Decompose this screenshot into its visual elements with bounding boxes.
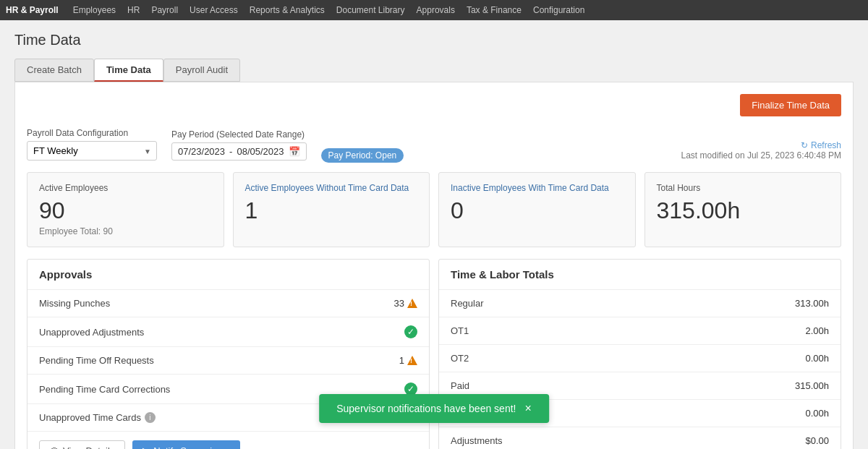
config-row: Payroll Data Configuration FT Weekly Pay…	[27, 128, 841, 161]
nav-item-configuration[interactable]: Configuration	[533, 5, 584, 15]
page-title: Time Data	[14, 32, 854, 48]
nav-items: EmployeesHRPayrollUser AccessReports & A…	[73, 5, 585, 15]
notify-icon: ▶	[142, 445, 150, 449]
check-icon-1: ✓	[404, 325, 417, 338]
refresh-label: Refresh	[811, 140, 841, 150]
payroll-select-wrap[interactable]: FT Weekly	[27, 141, 157, 161]
stat-without-time-card: Active Employees Without Time Card Data …	[233, 172, 430, 247]
pay-period-field: Pay Period (Selected Date Range) 07/23/2…	[171, 129, 307, 161]
pay-period-badge: Pay Period: Open	[321, 148, 404, 163]
approval-label-0: Missing Punches	[39, 298, 110, 309]
labor-row-1: OT1 2.00h	[439, 317, 841, 345]
nav-item-hr[interactable]: HR	[127, 5, 140, 15]
stat-label-3: Total Hours	[657, 183, 830, 193]
tab-create-batch[interactable]: Create Batch	[14, 59, 94, 82]
top-bar: Finalize Time Data	[27, 94, 841, 116]
stat-label-1: Active Employees Without Time Card Data	[245, 183, 418, 193]
stat-inactive-with-time-card: Inactive Employees With Time Card Data 0	[438, 172, 636, 247]
stat-active-employees: Active Employees 90 Employee Total: 90	[27, 172, 224, 247]
payroll-config-field: Payroll Data Configuration FT Weekly	[27, 128, 157, 161]
approval-label-4: Unapproved Time Cards i	[39, 412, 156, 423]
stat-sub-0: Employee Total: 90	[39, 226, 212, 236]
main-content: Time Data Create Batch Time Data Payroll…	[0, 20, 868, 449]
tabs-bar: Create Batch Time Data Payroll Audit	[14, 59, 854, 82]
info-icon-4[interactable]: i	[145, 412, 156, 423]
nav-item-payroll[interactable]: Payroll	[151, 5, 178, 15]
payroll-select[interactable]: FT Weekly	[27, 141, 157, 161]
nav-item-approvals[interactable]: Approvals	[417, 5, 455, 15]
date-range-input[interactable]: 07/23/2023 - 08/05/2023 📅	[171, 142, 307, 161]
refresh-area: ↻ Refresh Last modified on Jul 25, 2023 …	[681, 140, 841, 161]
notify-supervisors-button[interactable]: ▶ Notify Supervisors	[132, 440, 239, 449]
pay-period-label: Pay Period (Selected Date Range)	[171, 129, 307, 140]
approval-row-unapproved-adj[interactable]: Unapproved Adjustments ✓	[27, 317, 429, 347]
toast-notification: Supervisor notifications have been sent!…	[319, 394, 549, 423]
approval-row-missing-punches[interactable]: Missing Punches 33	[27, 290, 429, 317]
nav-item-document-library[interactable]: Document Library	[336, 5, 405, 15]
view-details-button[interactable]: 👁 View Details	[39, 440, 125, 449]
nav-item-user-access[interactable]: User Access	[190, 5, 238, 15]
tab-time-data[interactable]: Time Data	[94, 59, 163, 82]
tab-payroll-audit[interactable]: Payroll Audit	[163, 59, 240, 82]
stat-value-2: 0	[451, 199, 624, 222]
warn-icon-2	[407, 356, 417, 365]
approval-value-0: 33	[394, 298, 417, 309]
approval-label-2: Pending Time Off Requests	[39, 355, 154, 366]
brand-label: HR & Payroll	[6, 5, 59, 15]
refresh-button[interactable]: ↻ Refresh	[801, 140, 841, 150]
finalize-button[interactable]: Finalize Time Data	[740, 94, 841, 116]
date-from: 07/23/2023	[178, 146, 225, 157]
top-nav: HR & Payroll EmployeesHRPayrollUser Acce…	[0, 0, 868, 20]
approval-label-1: Unapproved Adjustments	[39, 327, 144, 338]
last-modified-text: Last modified on Jul 25, 2023 6:40:48 PM	[681, 150, 841, 161]
approvals-btn-row: 👁 View Details ▶ Notify Supervisors	[27, 432, 429, 449]
toast-message: Supervisor notifications have been sent!	[336, 403, 516, 414]
payroll-config-label: Payroll Data Configuration	[27, 128, 157, 138]
eye-icon: 👁	[50, 445, 59, 449]
stat-label-0: Active Employees	[39, 183, 212, 193]
pay-period-badge-wrap: Pay Period: Open	[321, 150, 404, 161]
stat-value-0: 90	[39, 199, 212, 222]
stat-value-3: 315.00h	[657, 199, 830, 222]
stat-label-2: Inactive Employees With Time Card Data	[451, 183, 624, 193]
nav-item-employees[interactable]: Employees	[73, 5, 116, 15]
date-to: 08/05/2023	[237, 146, 284, 157]
stats-row: Active Employees 90 Employee Total: 90 A…	[27, 172, 841, 247]
approval-label-3: Pending Time Card Corrections	[39, 384, 170, 395]
labor-row-2: OT2 0.00h	[439, 345, 841, 372]
labor-header: Time & Labor Totals	[439, 260, 841, 290]
approval-value-1: ✓	[404, 325, 417, 338]
labor-row-5: Adjustments $0.00	[439, 427, 841, 449]
nav-item-tax-&-finance[interactable]: Tax & Finance	[467, 5, 522, 15]
date-separator: -	[229, 146, 232, 157]
approval-row-time-off[interactable]: Pending Time Off Requests 1	[27, 347, 429, 375]
stat-total-hours: Total Hours 315.00h	[644, 172, 842, 247]
approval-value-2: 1	[399, 355, 417, 366]
refresh-icon: ↻	[801, 140, 808, 150]
stat-value-1: 1	[245, 199, 418, 222]
labor-row-0: Regular 313.00h	[439, 290, 841, 317]
toast-close-button[interactable]: ×	[524, 403, 531, 414]
nav-item-reports-&-analytics[interactable]: Reports & Analytics	[250, 5, 325, 15]
approvals-header: Approvals	[27, 260, 429, 290]
warn-icon-0	[407, 299, 417, 308]
calendar-icon[interactable]: 📅	[289, 146, 300, 157]
